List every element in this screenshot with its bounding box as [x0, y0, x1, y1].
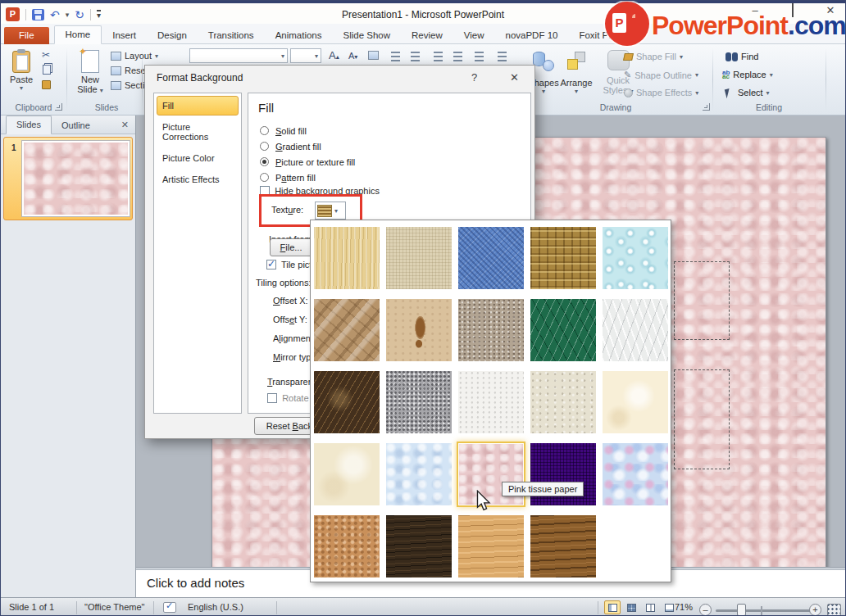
shape-outline-button[interactable]: ✎Shape Outline▾	[624, 70, 698, 80]
fill-option[interactable]: Pattern fill	[260, 170, 355, 185]
ribbon-tab[interactable]: Transitions	[198, 27, 265, 44]
texture-swatch[interactable]	[386, 443, 452, 505]
close-pane-icon[interactable]: ✕	[121, 120, 129, 130]
ribbon-tab[interactable]: Animations	[265, 27, 333, 44]
font-family-select[interactable]: ▾	[189, 48, 288, 63]
clear-formatting-icon[interactable]	[368, 51, 379, 60]
slide-number: 1	[11, 143, 16, 152]
texture-swatch[interactable]	[314, 299, 380, 361]
texture-swatch[interactable]	[314, 371, 380, 433]
format-painter-icon[interactable]	[42, 80, 51, 89]
theme-name[interactable]: "Office Theme"	[84, 602, 144, 612]
layout-button[interactable]: Layout▾	[111, 51, 158, 61]
texture-swatch[interactable]	[386, 299, 452, 361]
dialog-nav-item[interactable]: Picture Color	[157, 148, 239, 168]
texture-swatch[interactable]	[458, 515, 524, 578]
texture-swatch[interactable]	[386, 227, 452, 289]
fill-option[interactable]: Gradient fill	[260, 138, 355, 154]
ribbon-tab[interactable]: Slide Show	[333, 27, 402, 44]
shrink-font-icon[interactable]: A▾	[348, 51, 357, 61]
texture-swatch[interactable]	[458, 299, 524, 361]
decrease-indent-icon[interactable]	[430, 49, 444, 62]
dialog-help-button[interactable]: ?	[471, 71, 477, 84]
slide-thumbnail[interactable]: 1	[3, 137, 133, 220]
checkbox-checked-icon: ✓	[266, 260, 276, 270]
placeholder-outline[interactable]	[674, 369, 730, 469]
texture-swatch[interactable]	[458, 227, 524, 289]
find-button[interactable]: Find	[725, 52, 758, 61]
line-spacing-icon[interactable]	[471, 49, 485, 62]
ribbon-tab[interactable]: File	[4, 27, 49, 44]
texture-swatch[interactable]	[530, 515, 596, 578]
window-controls: – ✕	[748, 4, 837, 17]
texture-swatch[interactable]	[386, 515, 452, 578]
tab-slides[interactable]: Slides	[6, 116, 52, 134]
spell-check-icon[interactable]: ✓	[163, 602, 176, 613]
zoom-slider-thumb[interactable]	[737, 604, 746, 616]
texture-swatch[interactable]	[314, 515, 380, 578]
bullets-icon[interactable]	[388, 49, 402, 62]
texture-swatch[interactable]	[530, 299, 596, 361]
zoom-slider-track[interactable]	[716, 609, 812, 612]
texture-swatch[interactable]	[314, 227, 380, 289]
language-indicator[interactable]: English (U.S.)	[188, 602, 243, 612]
texture-swatch[interactable]	[458, 371, 524, 433]
status-bar: Slide 1 of 1 "Office Theme" ✓ English (U…	[1, 597, 845, 616]
close-button[interactable]: ✕	[824, 4, 837, 17]
zoom-level[interactable]: 71%	[675, 602, 693, 612]
ribbon-tab[interactable]: Insert	[102, 27, 147, 44]
tab-outline[interactable]: Outline	[52, 117, 100, 134]
copy-icon[interactable]	[43, 65, 51, 75]
dialog-nav-item[interactable]: Artistic Effects	[157, 170, 239, 189]
ribbon-tab[interactable]: View	[453, 27, 495, 44]
fill-option-label: Gradient fill	[275, 142, 321, 152]
texture-swatch[interactable]	[314, 443, 380, 505]
select-button[interactable]: Select▾	[725, 88, 770, 97]
texture-swatch[interactable]	[603, 371, 668, 433]
dialog-close-button[interactable]: ✕	[510, 71, 519, 84]
grow-font-icon[interactable]: A▴	[329, 49, 339, 61]
fill-option[interactable]: Solid fill	[260, 123, 355, 138]
font-size-select[interactable]: ▾	[290, 48, 321, 63]
ribbon-tab[interactable]: novaPDF 10	[495, 27, 569, 44]
file-button[interactable]: File...	[270, 238, 312, 256]
paste-button[interactable]: Paste ▾	[4, 48, 39, 92]
fit-to-window-button[interactable]	[827, 604, 841, 616]
shape-effects-button[interactable]: Shape Effects▾	[624, 88, 698, 97]
ribbon-tab[interactable]: Review	[401, 27, 453, 44]
drawing-dialog-launcher[interactable]	[703, 103, 710, 111]
arrange-button[interactable]: Arrange ▾	[557, 47, 596, 95]
increase-indent-icon[interactable]	[450, 49, 464, 62]
cut-icon[interactable]: ✂	[42, 49, 50, 61]
dialog-nav-item[interactable]: Picture Corrections	[157, 117, 239, 147]
dialog-nav-item[interactable]: Fill	[157, 96, 239, 116]
text-direction-icon[interactable]	[494, 49, 508, 62]
shape-fill-button[interactable]: Shape Fill▾	[624, 52, 683, 61]
drawing-group-label: Drawing	[542, 102, 689, 112]
texture-swatch[interactable]	[603, 443, 668, 505]
texture-swatch[interactable]	[603, 227, 668, 289]
texture-swatch[interactable]	[386, 371, 452, 433]
normal-view-button[interactable]	[604, 600, 621, 614]
texture-swatch[interactable]	[530, 371, 596, 433]
shape-fill-icon	[623, 53, 634, 61]
replace-button[interactable]: abacReplace▾	[722, 70, 773, 79]
reading-view-button[interactable]	[642, 600, 658, 614]
ribbon-tab[interactable]: Foxit PDF	[568, 27, 631, 44]
zoom-out-button[interactable]: –	[699, 604, 712, 616]
numbering-icon[interactable]	[407, 49, 421, 62]
notes-placeholder[interactable]: Click to add notes	[147, 576, 244, 590]
zoom-in-button[interactable]: +	[809, 604, 821, 616]
texture-swatch[interactable]	[530, 227, 596, 289]
slide-sorter-view-button[interactable]	[623, 600, 639, 614]
ribbon-tab[interactable]: Home	[54, 25, 102, 44]
maximize-button[interactable]	[786, 4, 799, 17]
fill-option[interactable]: Picture or texture fill	[260, 154, 355, 170]
placeholder-outline[interactable]	[674, 261, 730, 340]
new-slide-button[interactable]: ✦ New Slide ▾	[71, 48, 109, 94]
clipboard-dialog-launcher[interactable]	[55, 103, 62, 111]
minimize-button[interactable]: –	[748, 4, 762, 17]
new-slide-label: New	[71, 75, 109, 84]
texture-swatch[interactable]	[603, 299, 668, 361]
ribbon-tab[interactable]: Design	[147, 27, 198, 44]
